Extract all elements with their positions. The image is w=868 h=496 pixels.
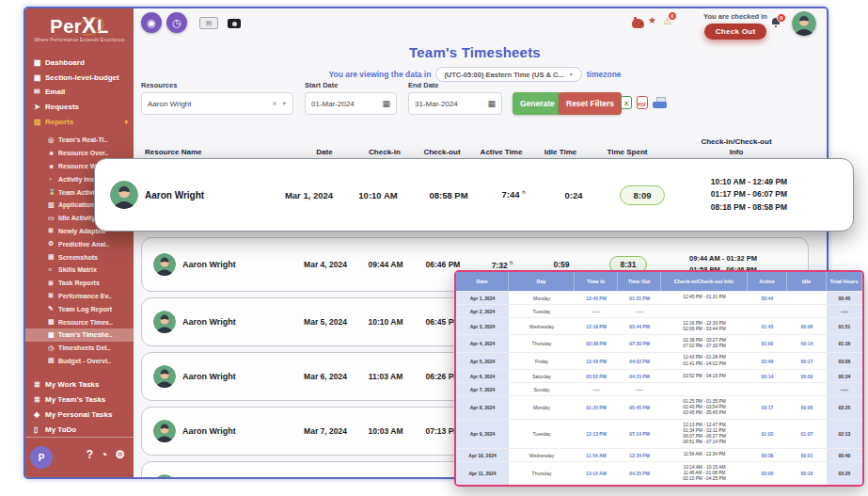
detail-row[interactable]: Apr 3, 2024 Wednesday 12:16 PM 03:44 PM … — [456, 317, 862, 334]
detail-row[interactable]: Apr 11, 2024 Thursday 10:14 AM 04:25 PM … — [456, 461, 862, 485]
sidebar-subitem[interactable]: ▣ Screenshots — [25, 250, 134, 264]
user-initial-avatar[interactable]: P — [30, 446, 53, 469]
avatar — [153, 253, 176, 276]
time-spent-badge: 8:09 — [620, 185, 664, 205]
detail-time-in-cell: 02:38 PM — [575, 335, 618, 351]
star-icon[interactable]: ★ — [648, 15, 656, 25]
end-date-input[interactable]: 31-Mar-2024 ▦ — [408, 92, 502, 115]
calendar-icon[interactable]: ▦ — [487, 99, 496, 108]
detail-active-cell: 00:44 — [748, 292, 787, 304]
sidebar-subitem[interactable]: ▦ Team's Timeshe.. — [25, 328, 134, 342]
active-time-unit: h — [522, 189, 525, 195]
table-column-header: Idle Time — [530, 148, 591, 158]
table-column-header: Check-out — [412, 148, 472, 158]
sidebar-item[interactable]: ≣ My Team's Tasks — [25, 392, 134, 407]
detail-date-cell: Apr 2, 2024 — [456, 305, 509, 317]
detail-column-header: Date — [456, 272, 509, 291]
print-icon[interactable] — [653, 97, 667, 108]
idle-time-cell: 0:59 — [531, 260, 592, 269]
timesheet-row-popup[interactable]: Aaron Wright Mar 1, 2024 10:10 AM 08:58 … — [94, 158, 854, 232]
detail-row[interactable]: Apr 1, 2024 Monday 12:45 PM 01:31 PM 12:… — [456, 291, 862, 304]
excel-export-icon[interactable]: x — [621, 96, 632, 109]
bell-icon[interactable]: 0 — [771, 18, 781, 28]
resources-select[interactable]: Aaron Wright × ▼ — [141, 92, 293, 115]
calendar-icon[interactable]: ▦ — [382, 99, 390, 108]
detail-row[interactable]: Apr 9, 2024 Tuesday 12:13 PM 07:14 PM 12… — [456, 419, 862, 448]
detail-active-cell: 01:00 — [748, 335, 787, 351]
sidebar-item-label: My ToDo — [45, 425, 76, 434]
detail-day-cell: Wednesday — [509, 318, 575, 334]
detail-row[interactable]: Apr 5, 2024 Friday 12:43 PM 04:02 PM 12:… — [456, 352, 862, 369]
detail-active-cell: 03:06 — [748, 462, 787, 485]
sidebar-item-reports[interactable]: ▨ Reports ▾ — [25, 115, 134, 130]
table-column-header: Time Spent — [591, 148, 664, 158]
eye-icon[interactable]: ◉ — [141, 12, 162, 33]
sidebar-item[interactable]: ✉ Email — [25, 85, 134, 100]
detail-total-hours-cell: 03:25 — [827, 396, 862, 419]
detail-row[interactable]: Apr 8, 2024 Monday 01:25 PM 05:45 PM 01:… — [456, 395, 862, 419]
detail-idle-cell: 00:17 — [787, 353, 827, 369]
resource-name-cell: Aaron Wright — [95, 181, 274, 209]
folder-icon: ▨ — [34, 118, 45, 126]
sidebar-subitem[interactable]: ≣ Performance Ev.. — [25, 290, 134, 303]
help-icon[interactable]: ? — [87, 448, 93, 461]
sidebar-subitem[interactable]: ≡ Skills Matrix — [25, 264, 134, 277]
sidebar-subitem[interactable]: ⚙ Predictive Anal.. — [25, 237, 134, 250]
clock-icon[interactable]: ◷ — [166, 12, 187, 33]
detail-total-hours-cell: 00:24 — [827, 370, 862, 382]
sidebar-subitem[interactable]: ✎ Team Log Report — [25, 302, 134, 315]
sidebar-item[interactable]: ◈ My Personal Tasks — [25, 407, 134, 422]
clear-icon[interactable]: × — [272, 99, 276, 108]
sidebar-item[interactable]: ▯ My ToDo — [25, 422, 134, 437]
detail-idle-cell: 00:01 — [787, 449, 827, 461]
detail-date-cell: Apr 10, 2024 — [456, 449, 509, 461]
detail-row[interactable]: Apr 2, 2024 Tuesday --:-- --:-- --:-- — [456, 304, 862, 317]
detail-date-cell: Apr 9, 2024 — [456, 420, 509, 448]
user-avatar[interactable] — [792, 11, 816, 36]
sidebar-subitem[interactable]: ▦ Resource Times.. — [25, 315, 134, 328]
detail-day-cell: Thursday — [509, 335, 575, 351]
start-date-input[interactable]: 01-Mar-2024 ▦ — [305, 92, 397, 115]
resource-name: Aaron Wright — [182, 317, 236, 327]
checkin-checkout-info-cell: 10:10 AM - 12:49 PM 01:17 PM - 06:07 PM … — [679, 176, 853, 214]
detail-row[interactable]: Apr 10, 2024 Wednesday 11:54 AM 12:34 PM… — [456, 448, 862, 461]
active-time-cell: 7:44 h — [485, 189, 542, 200]
sidebar-item[interactable]: ▦ Section-level-budget — [25, 71, 134, 86]
camera-icon[interactable] — [228, 19, 241, 28]
sidebar-item[interactable]: ≣ My Work Tasks — [25, 376, 134, 392]
detail-date-cell: Apr 11, 2024 — [456, 462, 509, 485]
detail-date-cell: Apr 5, 2024 — [456, 353, 509, 369]
sidebar-subitem-icon: ≣ — [48, 280, 58, 287]
check-in-status: You are checked in Check Out — [690, 12, 781, 40]
sidebar-subitem[interactable]: ◎ Team's Real-Ti.. — [25, 134, 134, 147]
detail-info-cell: 01:25 PM - 01:35 PM 02:40 PM - 03:54 PM … — [661, 396, 748, 419]
timezone-row: You are viewing the data in (UTC-05:00) … — [141, 67, 809, 82]
sidebar-subitem[interactable]: ≣ Task Reports — [25, 277, 134, 290]
sidebar-subitem[interactable]: ▤ Budget - Overvi.. — [25, 355, 134, 368]
sidebar-item-icon: ▦ — [34, 58, 45, 67]
alert-icon[interactable]: ⚠0 — [663, 16, 671, 26]
reset-filters-button[interactable]: Reset Filters — [559, 92, 622, 115]
detail-time-out-cell: 04:15 PM — [618, 370, 661, 382]
detail-row[interactable]: Apr 6, 2024 Saturday 03:52 PM 04:15 PM 0… — [456, 369, 862, 382]
sidebar-item[interactable]: ➤ Requests — [25, 100, 134, 115]
sidebar-subitem-label: Team Log Report — [58, 306, 112, 312]
detail-column-header: Time In — [575, 272, 618, 291]
gear-icon[interactable]: ⚙ — [115, 448, 125, 461]
pie-chart-icon[interactable]: ◔ — [101, 448, 107, 461]
detail-row[interactable]: Apr 7, 2024 Sunday --:-- --:-- --:-- — [456, 382, 862, 395]
alert-badge: 0 — [668, 11, 677, 21]
detail-column-header: Idle — [787, 272, 827, 291]
generate-button[interactable]: Generate — [513, 92, 562, 115]
detail-row[interactable]: Apr 4, 2024 Thursday 02:38 PM 07:30 PM 0… — [456, 334, 862, 351]
detail-info-cell: 03:52 PM - 04:15 PM — [661, 370, 748, 382]
pdf-export-icon[interactable]: PDF — [637, 96, 648, 109]
detail-info-cell — [661, 383, 748, 395]
sidebar-subitem[interactable]: ◷ Timesheets Det.. — [25, 342, 134, 355]
piggy-bank-icon[interactable] — [632, 19, 644, 28]
check-out-button[interactable]: Check Out — [704, 24, 767, 40]
keyboard-icon[interactable]: ▤ — [199, 17, 218, 29]
timezone-select[interactable]: (UTC-05:00) Eastern Time (US & C...▼ — [435, 67, 581, 82]
sidebar-item[interactable]: ▦ Dashboard — [25, 56, 134, 71]
avatar — [153, 311, 176, 333]
